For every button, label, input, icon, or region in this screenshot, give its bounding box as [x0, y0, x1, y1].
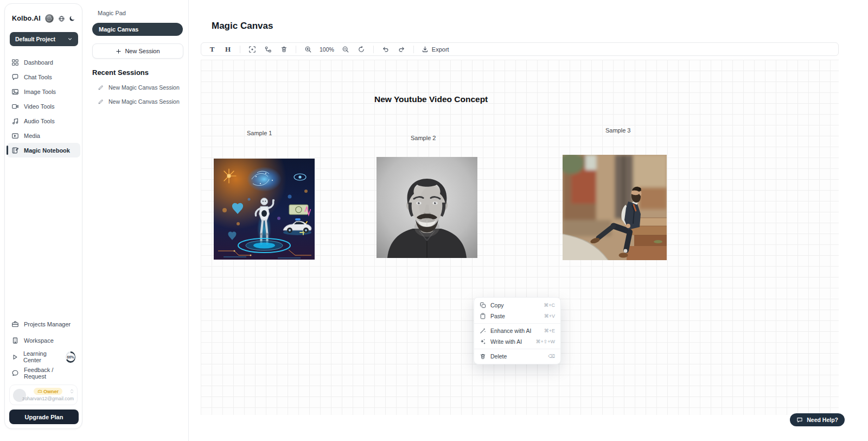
- user-info: Owner zoharvan12@gmail.com: [29, 388, 67, 401]
- menu-item-write-with-ai[interactable]: Write with AI ⌘+⇧+W: [474, 336, 560, 347]
- canvas-image-portrait[interactable]: [376, 157, 477, 258]
- magic-canvas-item-active[interactable]: Magic Canvas: [92, 23, 183, 36]
- export-button[interactable]: Export: [422, 46, 449, 53]
- session-item[interactable]: New Magic Canvas Session: [85, 98, 188, 105]
- sidebar-item-label: Feedback / Request: [24, 367, 75, 380]
- chevron-down-icon: [67, 36, 73, 42]
- logo: Kolbo.AI: [12, 15, 41, 22]
- briefcase-icon: [11, 320, 19, 328]
- need-help-button[interactable]: Need Help?: [790, 413, 845, 426]
- canvas-toolbar: T H 100% Export: [201, 42, 839, 56]
- sidebar-item-label: Learning Center: [23, 350, 60, 363]
- media-icon: [11, 132, 19, 140]
- redo-button[interactable]: [397, 45, 406, 54]
- sidebar-item-audio-tools[interactable]: Audio Tools: [7, 114, 80, 128]
- heading-tool-button[interactable]: H: [224, 45, 232, 54]
- play-icon: [11, 354, 18, 361]
- toolbar-divider: [413, 46, 414, 53]
- session-item-label: New Magic Canvas Session: [108, 98, 180, 105]
- project-selector[interactable]: Default Project: [10, 32, 78, 46]
- sidebar-item-label: Magic Notebook: [24, 147, 70, 154]
- crown-icon: [37, 389, 42, 394]
- menu-item-label: Delete: [490, 353, 507, 360]
- connector-tool-button[interactable]: [264, 45, 272, 54]
- sidebar-item-workspace[interactable]: Workspace: [5, 332, 82, 349]
- enhance-wand-icon: [480, 327, 486, 334]
- pencil-icon: [98, 85, 104, 91]
- menu-item-label: Enhance with AI: [490, 327, 531, 334]
- export-label: Export: [432, 46, 449, 53]
- sidebar-item-chat-tools[interactable]: Chat Tools: [7, 70, 80, 84]
- menu-shortcut: ⌫: [548, 354, 555, 359]
- magic-pad-item[interactable]: Magic Pad: [85, 8, 188, 18]
- owner-badge: Owner: [34, 388, 62, 395]
- sample-1-label[interactable]: Sample 1: [247, 130, 272, 136]
- copy-icon: [480, 302, 486, 308]
- sidebar-item-media[interactable]: Media: [7, 128, 80, 143]
- sidebar-bottom: Projects Manager Workspace Learning Cent…: [5, 316, 82, 424]
- video-icon: [11, 103, 19, 110]
- pencil-icon: [98, 99, 104, 105]
- session-item-label: New Magic Canvas Session: [108, 84, 180, 91]
- undo-button[interactable]: [381, 45, 390, 54]
- menu-shortcut: ⌘+V: [544, 313, 555, 319]
- canvas-image-man-on-steps[interactable]: [563, 155, 667, 260]
- sidebar-item-image-tools[interactable]: Image Tools: [7, 84, 80, 99]
- owner-badge-label: Owner: [43, 389, 59, 394]
- sidebar-item-learning-center[interactable]: Learning Center 66%: [5, 349, 82, 365]
- toolbar-divider: [240, 46, 240, 53]
- dashboard-icon: [11, 59, 19, 66]
- notebook-icon: [11, 147, 19, 154]
- sample-3-label[interactable]: Sample 3: [605, 127, 630, 134]
- menu-divider: [474, 323, 560, 324]
- zoom-out-button[interactable]: [341, 45, 350, 54]
- sidebar: Kolbo.AI Default Project Dashboard Chat …: [4, 3, 82, 429]
- new-session-button[interactable]: New Session: [92, 43, 183, 59]
- menu-item-delete[interactable]: Delete ⌫: [474, 351, 560, 362]
- sessions-panel: Magic Pad Magic Canvas New Session Recen…: [85, 0, 189, 441]
- trash-icon: [480, 353, 486, 360]
- sidebar-item-label: Dashboard: [24, 59, 53, 66]
- menu-item-enhance-with-ai[interactable]: Enhance with AI ⌘+E: [474, 325, 560, 336]
- sidebar-item-feedback[interactable]: Feedback / Request: [5, 365, 82, 381]
- menu-item-paste[interactable]: Paste ⌘+V: [474, 311, 560, 322]
- ai-select-tool-button[interactable]: [248, 45, 257, 54]
- trash-tool-button[interactable]: [279, 45, 288, 54]
- project-selector-label: Default Project: [15, 36, 55, 42]
- magic-canvas-workspace[interactable]: New Youtube Video Concept Sample 1 Sampl…: [201, 60, 839, 415]
- sidebar-item-label: Workspace: [24, 337, 54, 344]
- sidebar-item-magic-notebook[interactable]: Magic Notebook: [7, 143, 80, 158]
- dark-mode-moon-icon[interactable]: [69, 15, 75, 22]
- new-session-label: New Session: [125, 48, 159, 54]
- sidebar-item-projects-manager[interactable]: Projects Manager: [5, 316, 82, 332]
- upgrade-plan-button[interactable]: Upgrade Plan: [9, 410, 79, 424]
- sidebar-item-label: Chat Tools: [24, 74, 52, 80]
- language-globe-icon[interactable]: [58, 15, 65, 22]
- sample-2-label[interactable]: Sample 2: [411, 135, 436, 141]
- sidebar-item-dashboard[interactable]: Dashboard: [7, 55, 80, 70]
- zoom-in-button[interactable]: [304, 45, 312, 54]
- context-menu: Copy ⌘+C Paste ⌘+V Enhance with AI ⌘+E W…: [474, 297, 561, 364]
- help-chat-icon: [796, 417, 803, 423]
- audio-icon: [11, 117, 19, 125]
- menu-item-label: Paste: [490, 313, 505, 319]
- learning-progress-value: 66%: [67, 353, 75, 361]
- menu-item-label: Write with AI: [490, 338, 522, 345]
- sidebar-item-video-tools[interactable]: Video Tools: [7, 99, 80, 114]
- plus-icon: [116, 48, 122, 54]
- toolbar-divider: [296, 46, 296, 53]
- menu-item-copy[interactable]: Copy ⌘+C: [474, 300, 560, 311]
- download-icon: [422, 46, 429, 53]
- logo-row: Kolbo.AI: [5, 4, 82, 23]
- sidebar-nav: Dashboard Chat Tools Image Tools Video T…: [5, 55, 82, 158]
- session-item[interactable]: New Magic Canvas Session: [85, 84, 188, 91]
- sparkles-icon: [480, 338, 486, 345]
- user-account-card[interactable]: Owner zoharvan12@gmail.com: [9, 385, 78, 405]
- canvas-image-ai-robot[interactable]: [214, 159, 315, 260]
- menu-shortcut: ⌘+C: [544, 303, 555, 308]
- text-tool-button[interactable]: T: [208, 45, 216, 54]
- user-email: zoharvan12@gmail.com: [22, 396, 74, 401]
- reset-rotation-button[interactable]: [357, 45, 366, 54]
- sidebar-item-label: Audio Tools: [24, 118, 55, 124]
- canvas-heading-text[interactable]: New Youtube Video Concept: [374, 94, 488, 104]
